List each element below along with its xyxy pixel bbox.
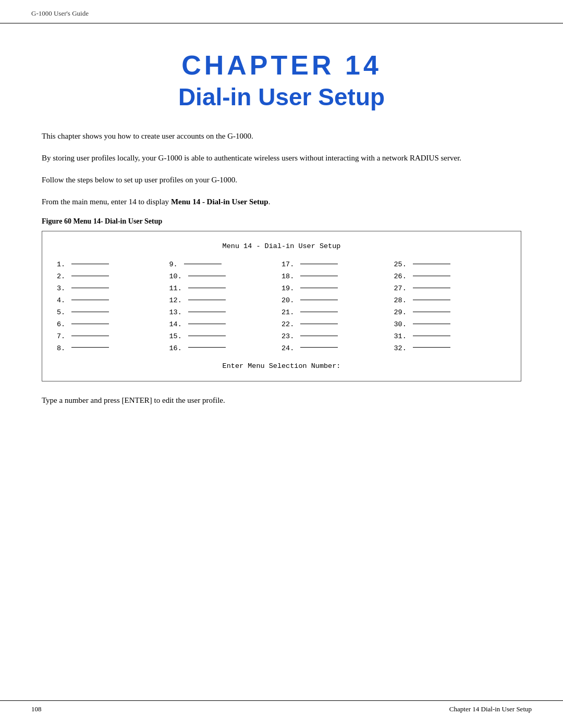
menu-entry-26: 26. bbox=[394, 271, 507, 283]
menu-col-1: 1. 2. 3. 4. 5. 6. 7. 8. bbox=[57, 259, 169, 355]
chapter-title-line2: Dial-in User Setup bbox=[42, 83, 521, 111]
menu-entry-8: 8. bbox=[57, 343, 169, 355]
menu-entry-30: 30. bbox=[394, 319, 507, 331]
menu-footer: Enter Menu Selection Number: bbox=[57, 361, 506, 373]
menu-col-3: 17. 18. 19. 20. 21. 22. 23. 24. bbox=[282, 259, 394, 355]
menu-entry-11: 11. bbox=[169, 283, 282, 295]
menu-entry-21: 21. bbox=[282, 307, 394, 319]
menu-col-2: 9. 10. 11. 12. 13. 14. 15. 16. bbox=[169, 259, 282, 355]
paragraph-3: Follow the steps below to set up user pr… bbox=[42, 174, 521, 186]
menu-entry-22: 22. bbox=[282, 319, 394, 331]
menu-entry-14: 14. bbox=[169, 319, 282, 331]
menu-entry-9: 9. bbox=[169, 259, 282, 271]
menu-col-4: 25. 26. 27. 28. 29. 30. 31. 32. bbox=[394, 259, 507, 355]
paragraph-4: From the main menu, enter 14 to display … bbox=[42, 195, 521, 208]
menu-entry-15: 15. bbox=[169, 331, 282, 343]
menu-entry-31: 31. bbox=[394, 331, 507, 343]
menu-entry-25: 25. bbox=[394, 259, 507, 271]
header-text: G-1000 User's Guide bbox=[31, 9, 89, 17]
menu-entry-13: 13. bbox=[169, 307, 282, 319]
menu-entry-1: 1. bbox=[57, 259, 169, 271]
menu-entry-17: 17. bbox=[282, 259, 394, 271]
menu-entry-32: 32. bbox=[394, 343, 507, 355]
menu-entry-2: 2. bbox=[57, 271, 169, 283]
paragraph-5: Type a number and press [ENTER] to edit … bbox=[42, 394, 521, 406]
paragraph-1: This chapter shows you how to create use… bbox=[42, 130, 521, 142]
menu-entry-20: 20. bbox=[282, 295, 394, 307]
chapter-label: CHAPTER 14 bbox=[181, 50, 382, 80]
menu-entry-28: 28. bbox=[394, 295, 507, 307]
menu-box: Menu 14 - Dial-in User Setup 1. 2. 3. 4.… bbox=[42, 231, 521, 381]
menu-entry-16: 16. bbox=[169, 343, 282, 355]
footer-page-number: 108 bbox=[31, 705, 42, 713]
menu-entry-19: 19. bbox=[282, 283, 394, 295]
page-footer: 108 Chapter 14 Dial-in User Setup bbox=[0, 700, 563, 713]
menu-grid: 1. 2. 3. 4. 5. 6. 7. 8. 9. 10. 11. 12. 1… bbox=[57, 259, 506, 355]
chapter-title-line1: CHAPTER 14 bbox=[42, 50, 521, 81]
page-content: CHAPTER 14 Dial-in User Setup This chapt… bbox=[0, 23, 563, 447]
menu-entry-3: 3. bbox=[57, 283, 169, 295]
menu-entry-6: 6. bbox=[57, 319, 169, 331]
menu-entry-24: 24. bbox=[282, 343, 394, 355]
footer-chapter-title: Chapter 14 Dial-in User Setup bbox=[449, 705, 532, 713]
menu-title: Menu 14 - Dial-in User Setup bbox=[57, 241, 506, 253]
menu-entry-5: 5. bbox=[57, 307, 169, 319]
page-header: G-1000 User's Guide bbox=[0, 0, 563, 23]
menu-entry-29: 29. bbox=[394, 307, 507, 319]
menu-entry-4: 4. bbox=[57, 295, 169, 307]
menu-entry-7: 7. bbox=[57, 331, 169, 343]
chapter-heading: CHAPTER 14 Dial-in User Setup bbox=[42, 39, 521, 111]
menu-entry-18: 18. bbox=[282, 271, 394, 283]
figure-caption: Figure 60 Menu 14- Dial-in User Setup bbox=[42, 217, 521, 226]
menu-entry-23: 23. bbox=[282, 331, 394, 343]
menu-entry-27: 27. bbox=[394, 283, 507, 295]
menu-entry-10: 10. bbox=[169, 271, 282, 283]
paragraph-2: By storing user profiles locally, your G… bbox=[42, 152, 521, 164]
menu-entry-12: 12. bbox=[169, 295, 282, 307]
